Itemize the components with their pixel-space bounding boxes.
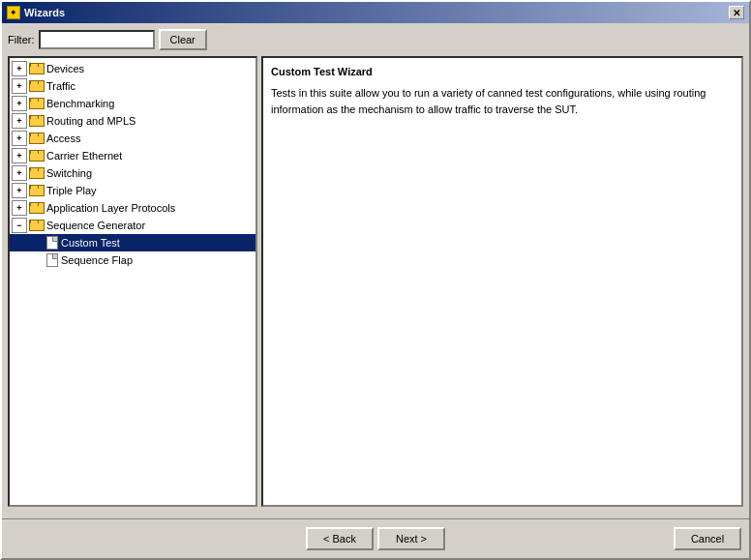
folder-icon-sequence-generator xyxy=(29,220,45,231)
right-buttons: Cancel xyxy=(674,527,741,550)
bottom-bar: < Back Next > Cancel xyxy=(2,518,749,558)
folder-icon-triple-play xyxy=(29,185,45,196)
bottom-bar-inner: < Back Next > Cancel xyxy=(10,527,741,550)
expand-icon-routing-mpls[interactable]: + xyxy=(12,113,27,129)
tree-panel: + Devices + Traffic + Benchmarkin xyxy=(8,56,257,507)
tree-label-traffic: Traffic xyxy=(46,80,75,92)
folder-icon-access xyxy=(29,133,45,144)
window-title: Wizards xyxy=(24,7,65,18)
content-area: Filter: Clear + Devices + xyxy=(2,23,749,513)
tree-item-benchmarking[interactable]: + Benchmarking xyxy=(10,95,255,112)
tree-item-triple-play[interactable]: + Triple Play xyxy=(10,182,255,199)
tree-label-sequence-generator: Sequence Generator xyxy=(46,220,145,231)
expand-icon-triple-play[interactable]: + xyxy=(12,183,27,198)
tree-label-app-layer-protocols: Application Layer Protocols xyxy=(46,202,175,214)
folder-icon-switching xyxy=(29,167,45,179)
filter-label: Filter: xyxy=(8,34,35,45)
clear-button[interactable]: Clear xyxy=(159,29,207,50)
expand-icon-app-layer-protocols[interactable]: + xyxy=(12,200,27,216)
tree-item-app-layer-protocols[interactable]: + Application Layer Protocols xyxy=(10,199,255,217)
folder-icon-carrier-ethernet xyxy=(29,150,45,162)
tree-item-devices[interactable]: + Devices xyxy=(10,60,255,77)
tree-container: + Devices + Traffic + Benchmarkin xyxy=(10,58,255,271)
expand-icon-switching[interactable]: + xyxy=(12,165,27,181)
next-button[interactable]: Next > xyxy=(377,527,445,550)
tree-label-routing-mpls: Routing and MPLS xyxy=(46,115,135,127)
tree-label-access: Access xyxy=(46,133,80,144)
tree-item-sequence-flap[interactable]: Sequence Flap xyxy=(10,251,255,269)
doc-icon-custom-test xyxy=(46,236,58,250)
tree-label-carrier-ethernet: Carrier Ethernet xyxy=(46,150,122,162)
tree-item-carrier-ethernet[interactable]: + Carrier Ethernet xyxy=(10,147,255,164)
title-bar-left: ✦ Wizards xyxy=(7,6,65,19)
wizard-window: ✦ Wizards ✕ Filter: Clear + Devices xyxy=(0,0,751,560)
tree-item-access[interactable]: + Access xyxy=(10,130,255,147)
description-panel: Custom Test Wizard Tests in this suite a… xyxy=(261,56,743,507)
description-title: Custom Test Wizard xyxy=(271,66,734,77)
doc-icon-sequence-flap xyxy=(46,253,58,267)
tree-label-benchmarking: Benchmarking xyxy=(46,98,114,109)
back-button[interactable]: < Back xyxy=(306,527,374,550)
tree-item-traffic[interactable]: + Traffic xyxy=(10,77,255,95)
expand-icon-devices[interactable]: + xyxy=(12,61,27,76)
folder-icon-traffic xyxy=(29,80,45,92)
expand-icon-benchmarking[interactable]: + xyxy=(12,96,27,111)
tree-label-triple-play: Triple Play xyxy=(46,185,97,196)
description-text: Tests in this suite allow you to run a v… xyxy=(271,85,734,117)
tree-label-sequence-flap: Sequence Flap xyxy=(61,254,133,266)
tree-item-custom-test[interactable]: Custom Test xyxy=(10,234,255,251)
folder-icon-app-layer-protocols xyxy=(29,202,45,214)
close-button[interactable]: ✕ xyxy=(729,6,744,19)
tree-label-devices: Devices xyxy=(46,63,84,74)
main-panels: + Devices + Traffic + Benchmarkin xyxy=(8,56,743,507)
tree-item-switching[interactable]: + Switching xyxy=(10,164,255,182)
wizard-icon: ✦ xyxy=(7,6,20,19)
expand-icon-carrier-ethernet[interactable]: + xyxy=(12,148,27,163)
expand-icon-traffic[interactable]: + xyxy=(12,78,27,94)
expand-icon-sequence-generator[interactable]: − xyxy=(12,218,27,233)
cancel-button[interactable]: Cancel xyxy=(674,527,741,550)
filter-input[interactable] xyxy=(39,30,155,49)
tree-label-switching: Switching xyxy=(46,167,92,179)
folder-icon-routing-mpls xyxy=(29,115,45,127)
folder-icon-benchmarking xyxy=(29,98,45,109)
filter-row: Filter: Clear xyxy=(8,29,743,50)
tree-label-custom-test: Custom Test xyxy=(61,237,120,249)
tree-item-routing-mpls[interactable]: + Routing and MPLS xyxy=(10,112,255,130)
folder-icon-devices xyxy=(29,63,45,74)
tree-item-sequence-generator[interactable]: − Sequence Generator xyxy=(10,217,255,234)
center-buttons: < Back Next > xyxy=(306,527,445,550)
expand-icon-access[interactable]: + xyxy=(12,131,27,146)
title-bar: ✦ Wizards ✕ xyxy=(2,2,749,23)
